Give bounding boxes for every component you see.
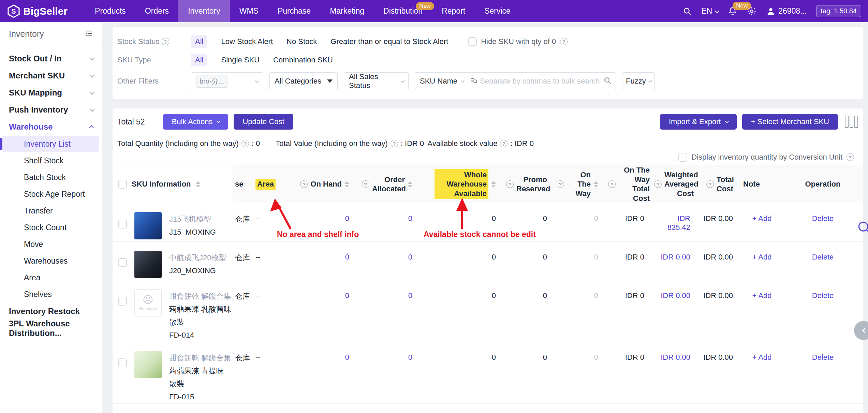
header-on-hand[interactable]: On Hand (310, 179, 342, 189)
product-image[interactable] (134, 212, 162, 239)
nav-item[interactable]: Report (432, 0, 475, 22)
sidebar-item[interactable]: Inventory List (2, 136, 99, 152)
add-note-button[interactable]: + Add (741, 404, 783, 413)
cell-order-allocated[interactable]: 0 (357, 342, 421, 403)
sort-icon[interactable] (491, 181, 496, 188)
delete-button[interactable]: Delete (783, 242, 863, 280)
sku-type-option[interactable]: Combination SKU (273, 56, 333, 64)
sidebar-group[interactable]: Stock Out / In (0, 50, 102, 67)
sidebar-item[interactable]: Batch Stock (2, 169, 99, 186)
sort-icon[interactable] (344, 181, 349, 188)
header-whole-warehouse-available[interactable]: Whole Warehouse Available (435, 169, 488, 200)
sort-icon[interactable] (408, 181, 412, 188)
sidebar-item[interactable]: Area (2, 269, 99, 286)
delete-button[interactable]: Delete (783, 203, 863, 241)
select-merchant-sku-button[interactable]: + Select Merchant SKU (742, 114, 838, 130)
row-checkbox[interactable] (118, 297, 127, 306)
product-image[interactable] (134, 351, 162, 378)
header-on-the-way[interactable]: On The Way (567, 170, 591, 198)
warehouse-select[interactable]: bro-分... (191, 72, 263, 90)
fuzzy-mode-select[interactable]: Fuzzy (622, 72, 655, 90)
sidebar-group[interactable]: Inventory Restock (0, 303, 102, 320)
notifications-bell-icon[interactable]: New (728, 6, 737, 16)
bulk-search-input[interactable] (480, 77, 603, 86)
cell-weighted-averaged-cost[interactable]: IDR 0.00 (652, 342, 698, 403)
settings-gear-icon[interactable] (747, 6, 756, 16)
product-title[interactable]: 甜食餅乾 解饞合集 (169, 352, 233, 365)
row-checkbox[interactable] (118, 258, 127, 267)
sidebar-group[interactable]: SKU Mapping (0, 84, 102, 101)
product-title[interactable]: 甜食餅乾 解饞合集 (169, 290, 233, 303)
sidebar-group-warehouse[interactable]: Warehouse (0, 118, 102, 135)
cell-order-allocated[interactable]: 0 (357, 404, 421, 413)
cell-order-allocated[interactable]: 0 (357, 280, 421, 342)
row-checkbox[interactable] (118, 358, 127, 367)
add-note-button[interactable]: + Add (741, 203, 783, 241)
add-note-button[interactable]: + Add (741, 280, 783, 342)
sidebar-item[interactable]: Shelf Stock (2, 152, 99, 169)
stock-status-option[interactable]: No Stock (286, 37, 317, 46)
sidebar-collapse-icon[interactable] (85, 29, 93, 39)
product-image[interactable]: No Image (134, 289, 162, 316)
sku-type-option[interactable]: Single SKU (221, 56, 260, 64)
add-note-button[interactable]: + Add (741, 342, 783, 403)
category-select[interactable]: All Categories (269, 72, 338, 90)
nav-item[interactable]: WMS (230, 0, 268, 22)
delete-button[interactable]: Delete (783, 404, 863, 413)
brand-logo[interactable]: S BigSeller (0, 0, 85, 22)
update-cost-button[interactable]: Update Cost (234, 114, 293, 130)
cell-weighted-averaged-cost[interactable]: IDR 0.00 (652, 404, 698, 413)
delete-button[interactable]: Delete (783, 342, 863, 403)
hide-sku-checkbox[interactable] (468, 37, 477, 46)
delete-button[interactable]: Delete (783, 280, 863, 342)
nav-item[interactable]: Distribution New (374, 0, 432, 22)
row-checkbox[interactable] (118, 220, 127, 228)
cell-on-hand[interactable]: 0 (281, 242, 357, 280)
cell-weighted-averaged-cost[interactable]: IDR 835.42 (652, 203, 698, 241)
nav-item[interactable]: Inventory (178, 0, 230, 22)
nav-item[interactable]: Marketing (320, 0, 374, 22)
product-title[interactable]: 中航成飞J20模型 (169, 251, 226, 264)
sidebar-item[interactable]: Warehouses (2, 253, 99, 269)
cell-order-allocated[interactable]: 0 (357, 203, 421, 241)
import-export-button[interactable]: Import & Export (660, 114, 737, 130)
sidebar-item[interactable]: Stock Count (2, 219, 99, 236)
stock-status-option[interactable]: Greater than or equal to Stock Alert (330, 37, 448, 46)
cell-on-hand[interactable]: 0 (281, 203, 357, 241)
conversion-unit-checkbox[interactable] (678, 153, 687, 162)
sales-status-select[interactable]: All Sales Status (344, 72, 409, 90)
sidebar-item[interactable]: Shelves (2, 286, 99, 303)
add-note-button[interactable]: + Add (741, 242, 783, 280)
cell-on-hand[interactable]: 0 (281, 280, 357, 342)
product-image[interactable] (134, 251, 162, 278)
sidebar-group[interactable]: 3PL Warehouse Distribution... (0, 320, 102, 337)
search-icon[interactable] (603, 76, 612, 86)
search-icon[interactable] (683, 7, 692, 16)
column-settings-icon[interactable] (845, 116, 858, 128)
nav-item[interactable]: Orders (135, 0, 178, 22)
sort-icon[interactable] (196, 181, 201, 188)
sidebar-item[interactable]: Stock Age Report (2, 186, 99, 202)
stock-status-all[interactable]: All (191, 35, 207, 48)
cell-weighted-averaged-cost[interactable]: IDR 0.00 (652, 280, 698, 342)
sidebar-group[interactable]: Merchant SKU (0, 67, 102, 84)
header-order-allocated[interactable]: Order Allocated (372, 175, 405, 194)
bulk-actions-button[interactable]: Bulk Actions (163, 114, 229, 130)
nav-item[interactable]: Purchase (268, 0, 320, 22)
cell-on-hand[interactable]: 0 (281, 342, 357, 403)
floating-search-icon[interactable] (857, 220, 868, 236)
user-account[interactable]: 26908... (766, 6, 807, 16)
sidebar-group[interactable]: Push Inventory (0, 101, 102, 118)
sidebar-item[interactable]: Transfer (2, 203, 99, 219)
sort-icon[interactable] (593, 181, 598, 188)
select-all-checkbox[interactable] (118, 180, 127, 189)
stock-status-option[interactable]: Low Stock Alert (221, 37, 273, 46)
product-title[interactable]: J15飞机模型 (169, 213, 216, 226)
search-field-select[interactable]: SKU Name (415, 77, 468, 86)
nav-item[interactable]: Products (85, 0, 135, 22)
nav-item[interactable]: Service (475, 0, 520, 22)
header-sku-information[interactable]: SKU Information (132, 180, 191, 189)
sidebar-item[interactable]: Move (2, 236, 99, 252)
language-selector[interactable]: EN (701, 6, 718, 16)
cell-order-allocated[interactable]: 0 (357, 242, 421, 280)
